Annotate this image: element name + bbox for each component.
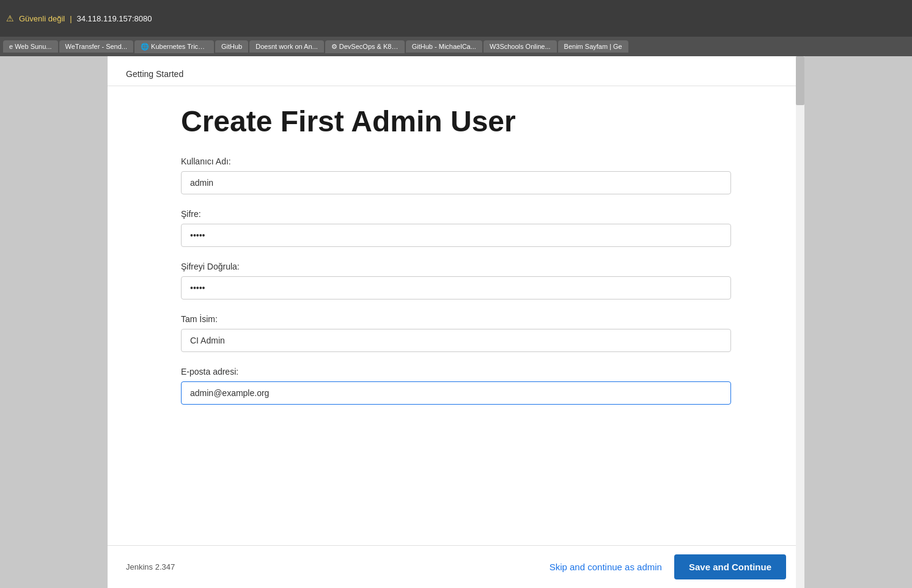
skip-button[interactable]: Skip and continue as admin bbox=[550, 562, 662, 572]
password-input[interactable] bbox=[181, 224, 731, 247]
fullname-label: Tam İsim: bbox=[181, 314, 731, 324]
fullname-group: Tam İsim: bbox=[181, 314, 731, 352]
version-label: Jenkins 2.347 bbox=[126, 562, 175, 571]
tab-0[interactable]: e Web Sunu... bbox=[3, 40, 58, 53]
tab-6[interactable]: GitHub - MichaelCa... bbox=[406, 40, 482, 53]
dialog: Getting Started Create First Admin User … bbox=[108, 56, 804, 588]
warning-icon: ⚠ bbox=[6, 13, 14, 23]
tab-3[interactable]: GitHub bbox=[215, 40, 248, 53]
warning-label: Güvenli değil bbox=[19, 14, 65, 23]
username-group: Kullanıcı Adı: bbox=[181, 156, 731, 194]
save-continue-button[interactable]: Save and Continue bbox=[674, 554, 786, 579]
tab-4[interactable]: Doesnt work on An... bbox=[249, 40, 324, 53]
scrollbar-track[interactable] bbox=[796, 56, 804, 588]
tab-8[interactable]: Benim Sayfam | Ge bbox=[558, 40, 628, 53]
page-content: Getting Started Create First Admin User … bbox=[0, 56, 912, 588]
password-group: Şifre: bbox=[181, 209, 731, 247]
dialog-header-title: Getting Started bbox=[126, 69, 183, 79]
page-title: Create First Admin User bbox=[181, 105, 731, 138]
address-text: 34.118.119.157:8080 bbox=[77, 14, 152, 23]
confirm-password-input[interactable] bbox=[181, 276, 731, 300]
confirm-password-group: Şifreyi Doğrula: bbox=[181, 262, 731, 300]
email-input[interactable] bbox=[181, 381, 731, 405]
dialog-body: Create First Admin User Kullanıcı Adı: Ş… bbox=[108, 86, 804, 545]
email-group: E-posta adresi: bbox=[181, 367, 731, 405]
tab-5[interactable]: ⚙ DevSecOps & K8s... bbox=[325, 40, 405, 53]
dialog-header: Getting Started bbox=[108, 56, 804, 86]
browser-tabs: e Web Sunu... WeTransfer - Send... 🌐 Kub… bbox=[0, 37, 912, 56]
tab-2[interactable]: 🌐 Kubernetes Tricks. B... bbox=[134, 40, 214, 53]
scrollbar-thumb[interactable] bbox=[796, 56, 804, 105]
address-separator: | bbox=[70, 14, 72, 23]
confirm-password-label: Şifreyi Doğrula: bbox=[181, 262, 731, 271]
address-bar: Güvenli değil | 34.118.119.157:8080 bbox=[19, 14, 152, 23]
username-input[interactable] bbox=[181, 171, 731, 194]
username-label: Kullanıcı Adı: bbox=[181, 156, 731, 166]
footer-actions: Skip and continue as admin Save and Cont… bbox=[550, 554, 786, 579]
fullname-input[interactable] bbox=[181, 329, 731, 352]
password-label: Şifre: bbox=[181, 209, 731, 219]
dialog-footer: Jenkins 2.347 Skip and continue as admin… bbox=[108, 545, 804, 588]
email-label: E-posta adresi: bbox=[181, 367, 731, 377]
tab-1[interactable]: WeTransfer - Send... bbox=[59, 40, 133, 53]
browser-chrome: ⚠ Güvenli değil | 34.118.119.157:8080 bbox=[0, 0, 912, 37]
tab-7[interactable]: W3Schools Online... bbox=[484, 40, 557, 53]
